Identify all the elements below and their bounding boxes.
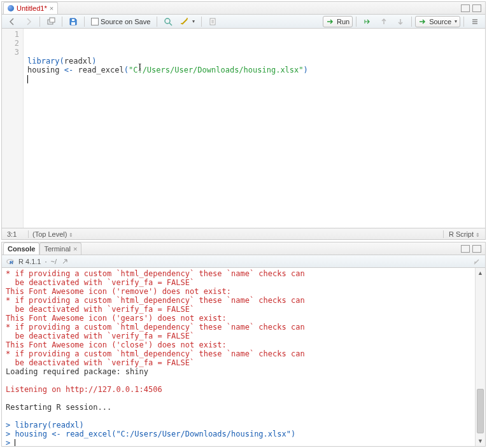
code-editor[interactable]: 123 I library(readxl)housing <- read_exc… xyxy=(2,29,485,228)
popout-icon xyxy=(46,17,55,26)
console-output[interactable]: * if providing a custom `html_dependency… xyxy=(2,268,475,446)
r-logo-icon: R xyxy=(6,257,15,266)
rerun-icon xyxy=(363,17,372,26)
run-arrow-icon xyxy=(326,17,335,26)
checkbox-icon xyxy=(91,18,99,25)
notebook-icon xyxy=(208,17,217,26)
go-prev-section-button[interactable] xyxy=(376,16,392,27)
code-area[interactable]: I library(readxl)housing <- read_excel("… xyxy=(24,29,485,228)
arrow-right-icon xyxy=(24,17,33,26)
run-button[interactable]: Run xyxy=(323,16,353,27)
chevron-down-icon: ▾ xyxy=(455,18,457,24)
maximize-pane-button[interactable] xyxy=(472,245,481,253)
scroll-down-icon[interactable]: ▼ xyxy=(476,436,485,446)
source-label: Source xyxy=(429,18,451,25)
editor-tabbar: Untitled1* × xyxy=(2,2,485,15)
editor-tab-untitled1[interactable]: Untitled1* × xyxy=(3,2,58,14)
popout-icon[interactable] xyxy=(60,257,69,266)
find-replace-button[interactable] xyxy=(160,16,176,27)
close-icon[interactable]: × xyxy=(73,245,77,253)
scope-selector[interactable]: (Top Level)⇕ xyxy=(29,230,443,238)
wand-icon xyxy=(180,17,189,26)
svg-rect-1 xyxy=(50,18,55,22)
minimize-pane-button[interactable] xyxy=(461,4,470,12)
scroll-thumb[interactable] xyxy=(477,389,484,433)
up-arrow-icon xyxy=(379,17,388,26)
search-icon xyxy=(164,17,173,26)
outline-button[interactable] xyxy=(467,16,483,27)
show-in-new-window-button[interactable] xyxy=(43,16,59,27)
clear-console-icon[interactable] xyxy=(472,257,481,266)
source-button[interactable]: Source ▾ xyxy=(415,16,460,27)
scroll-up-icon[interactable]: ▲ xyxy=(476,268,485,278)
code-tools-button[interactable]: ▾ xyxy=(177,16,198,27)
svg-rect-3 xyxy=(72,19,74,21)
down-arrow-icon xyxy=(396,17,405,26)
editor-toolbar: Source on Save ▾ Run Source ▾ xyxy=(2,15,485,29)
tab-title: Untitled1* xyxy=(17,4,47,12)
console-tabbar: Console Terminal × xyxy=(2,242,485,255)
console-scrollbar[interactable]: ▲ ▼ xyxy=(475,268,485,446)
save-icon xyxy=(69,17,78,26)
outline-icon xyxy=(470,17,479,26)
go-next-section-button[interactable] xyxy=(393,16,408,27)
close-icon[interactable]: × xyxy=(50,4,53,12)
svg-text:R: R xyxy=(10,260,13,265)
svg-point-4 xyxy=(165,18,170,24)
r-file-icon xyxy=(8,5,14,11)
chevron-down-icon: ▾ xyxy=(192,18,195,24)
cursor-position: 3:1 xyxy=(2,230,29,238)
compile-report-button[interactable] xyxy=(205,16,220,27)
run-label: Run xyxy=(337,18,349,25)
editor-statusbar: 3:1 (Top Level)⇕ R Script⇕ xyxy=(2,228,485,239)
editor-pane: Untitled1* × Source on Save ▾ Run xyxy=(1,1,486,240)
save-button[interactable] xyxy=(66,16,81,27)
r-version: R 4.1.1 xyxy=(18,258,41,265)
back-button[interactable] xyxy=(4,16,20,27)
language-selector[interactable]: R Script⇕ xyxy=(443,230,485,238)
minimize-pane-button[interactable] xyxy=(461,245,470,253)
tab-console[interactable]: Console xyxy=(3,242,39,255)
svg-rect-2 xyxy=(71,22,75,25)
source-arrow-icon xyxy=(418,17,427,26)
arrow-left-icon xyxy=(8,17,17,26)
console-pane: Console Terminal × R R 4.1.1 · ~/ * if p… xyxy=(1,242,486,447)
line-gutter: 123 xyxy=(2,29,24,228)
forward-button[interactable] xyxy=(21,16,36,27)
working-dir-separator: · xyxy=(45,258,46,265)
working-dir[interactable]: ~/ xyxy=(51,258,57,265)
source-on-save-checkbox[interactable]: Source on Save xyxy=(88,16,153,27)
updown-icon: ⇕ xyxy=(476,232,480,238)
tab-terminal[interactable]: Terminal × xyxy=(39,242,81,255)
source-on-save-label: Source on Save xyxy=(101,18,150,25)
rerun-button[interactable] xyxy=(360,16,375,27)
updown-icon: ⇕ xyxy=(69,232,73,238)
maximize-pane-button[interactable] xyxy=(472,4,481,12)
console-header: R R 4.1.1 · ~/ xyxy=(2,255,485,268)
